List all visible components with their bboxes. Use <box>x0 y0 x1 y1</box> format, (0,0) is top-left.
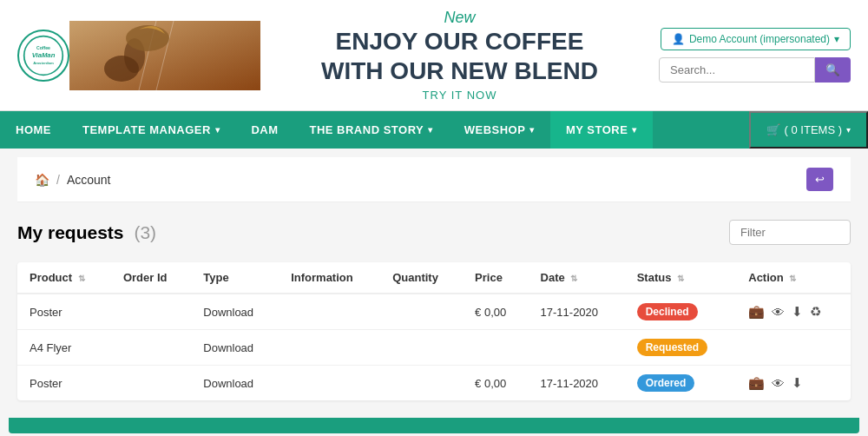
status-badge: Ordered <box>637 374 695 392</box>
refresh-icon: ↩ <box>815 173 825 186</box>
svg-point-9 <box>126 25 169 51</box>
action-icons: 💼👁⬇♻ <box>748 304 838 320</box>
cell-product: Poster <box>17 366 111 401</box>
cell-type: Download <box>191 366 279 401</box>
search-icon: 🔍 <box>825 63 840 76</box>
requests-table: Product ⇅ Order Id Type Information Quan… <box>17 262 851 400</box>
user-icon: 👤 <box>672 33 685 45</box>
breadcrumb-wrapper: 🏠 / Account ↩ <box>0 149 868 202</box>
cell-action: 💼👁⬇ <box>736 366 851 401</box>
hero-text: New ENJOY OUR COFFEE WITH OUR NEW BLEND … <box>260 9 659 102</box>
cell-order-id <box>111 294 191 330</box>
table-row: PosterDownload€ 0,0017-11-2020Ordered💼👁⬇ <box>17 366 851 401</box>
requests-count: (3) <box>134 222 156 242</box>
nav-item-dam[interactable]: DAM <box>235 111 293 149</box>
hero-image <box>69 21 260 90</box>
download-icon[interactable]: ⬇ <box>792 304 803 320</box>
breadcrumb-separator: / <box>56 173 60 187</box>
eye-icon[interactable]: 👁 <box>772 305 785 320</box>
table-body: PosterDownload€ 0,0017-11-2020Declined💼👁… <box>17 294 851 400</box>
requests-header: My requests (3) <box>17 220 851 245</box>
col-price: Price <box>463 262 528 294</box>
chevron-down-icon: ▾ <box>428 125 433 135</box>
cell-date: 17-11-2020 <box>529 294 625 330</box>
cell-price: € 0,00 <box>463 366 528 401</box>
main-content: My requests (3) Product ⇅ Order Id Type <box>0 202 868 418</box>
search-input[interactable] <box>659 57 815 83</box>
svg-text:Coffee: Coffee <box>36 45 50 50</box>
download-icon[interactable]: ⬇ <box>792 375 803 391</box>
cell-action <box>736 330 851 366</box>
table-header: Product ⇅ Order Id Type Information Quan… <box>17 262 851 294</box>
cell-order-id <box>111 330 191 366</box>
action-icons: 💼👁⬇ <box>748 375 838 391</box>
chevron-down-icon: ▾ <box>215 125 220 135</box>
svg-text:ViaMan: ViaMan <box>32 50 56 58</box>
home-icon[interactable]: 🏠 <box>35 173 49 187</box>
col-product[interactable]: Product ⇅ <box>17 262 111 294</box>
sort-icon: ⇅ <box>570 274 577 283</box>
main-nav: HOME TEMPLATE MANAGER ▾ DAM THE BRAND ST… <box>0 111 868 149</box>
cell-date <box>529 330 625 366</box>
cell-information <box>279 294 380 330</box>
cell-date: 17-11-2020 <box>529 366 625 401</box>
col-information: Information <box>279 262 380 294</box>
chevron-down-icon: ▾ <box>834 33 839 45</box>
logo: Coffee ViaMan Amsterdam <box>17 30 69 82</box>
col-order-id: Order Id <box>111 262 191 294</box>
filter-input[interactable] <box>729 220 851 245</box>
nav-item-home[interactable]: HOME <box>0 111 67 149</box>
cart-icon: 🛒 <box>766 123 780 136</box>
status-badge: Declined <box>637 303 698 320</box>
cell-price <box>463 330 528 366</box>
eye-icon[interactable]: 👁 <box>772 376 785 391</box>
cell-quantity <box>380 330 463 366</box>
breadcrumb: 🏠 / Account <box>35 173 110 187</box>
chevron-down-icon: ▾ <box>846 125 851 135</box>
sort-icon: ⇅ <box>677 274 684 283</box>
cell-status: Declined <box>625 294 737 330</box>
status-badge: Requested <box>637 339 707 356</box>
search-button[interactable]: 🔍 <box>815 57 851 83</box>
table-row: A4 FlyerDownloadRequested <box>17 330 851 366</box>
breadcrumb-action-button[interactable]: ↩ <box>806 168 833 191</box>
cart-button[interactable]: 🛒 ( 0 ITEMS ) ▾ <box>749 111 868 149</box>
hero-new-label: New <box>278 9 641 27</box>
sort-icon: ⇅ <box>78 274 85 283</box>
cell-product: A4 Flyer <box>17 330 111 366</box>
nav-item-template-manager[interactable]: TEMPLATE MANAGER ▾ <box>67 111 235 149</box>
footer-bar <box>9 418 859 433</box>
cell-price: € 0,00 <box>463 294 528 330</box>
col-quantity: Quantity <box>380 262 463 294</box>
briefcase-icon[interactable]: 💼 <box>748 304 765 320</box>
nav-item-brand-story[interactable]: THE BRAND STORY ▾ <box>293 111 448 149</box>
cell-quantity <box>380 294 463 330</box>
breadcrumb-current: Account <box>67 173 111 187</box>
cell-status: Ordered <box>625 366 737 401</box>
header-right: 👤 Demo Account (impersonated) ▾ 🔍 <box>659 28 851 83</box>
cell-quantity <box>380 366 463 401</box>
col-status[interactable]: Status ⇅ <box>625 262 737 294</box>
cell-product: Poster <box>17 294 111 330</box>
requests-title: My requests (3) <box>17 222 156 243</box>
demo-account-button[interactable]: 👤 Demo Account (impersonated) ▾ <box>661 28 851 50</box>
cell-order-id <box>111 366 191 401</box>
search-area: 🔍 <box>659 57 851 83</box>
col-type: Type <box>191 262 279 294</box>
sort-icon: ⇅ <box>789 274 796 283</box>
cell-information <box>279 330 380 366</box>
recycle-icon[interactable]: ♻ <box>810 304 821 320</box>
nav-item-mystore[interactable]: MY STORE ▾ <box>550 111 653 149</box>
chevron-down-icon: ▾ <box>529 125 535 135</box>
cell-information <box>279 366 380 401</box>
table-row: PosterDownload€ 0,0017-11-2020Declined💼👁… <box>17 294 851 330</box>
briefcase-icon[interactable]: 💼 <box>748 375 765 391</box>
logo-area: Coffee ViaMan Amsterdam <box>17 30 69 82</box>
nav-item-webshop[interactable]: WEBSHOP ▾ <box>449 111 550 149</box>
chevron-down-icon: ▾ <box>632 125 637 135</box>
hero-cta: TRY IT NOW <box>278 89 641 102</box>
breadcrumb-bar: 🏠 / Account ↩ <box>17 157 851 202</box>
col-action[interactable]: Action ⇅ <box>736 262 851 294</box>
col-date[interactable]: Date ⇅ <box>529 262 625 294</box>
hero-title: ENJOY OUR COFFEE WITH OUR NEW BLEND <box>278 27 641 85</box>
